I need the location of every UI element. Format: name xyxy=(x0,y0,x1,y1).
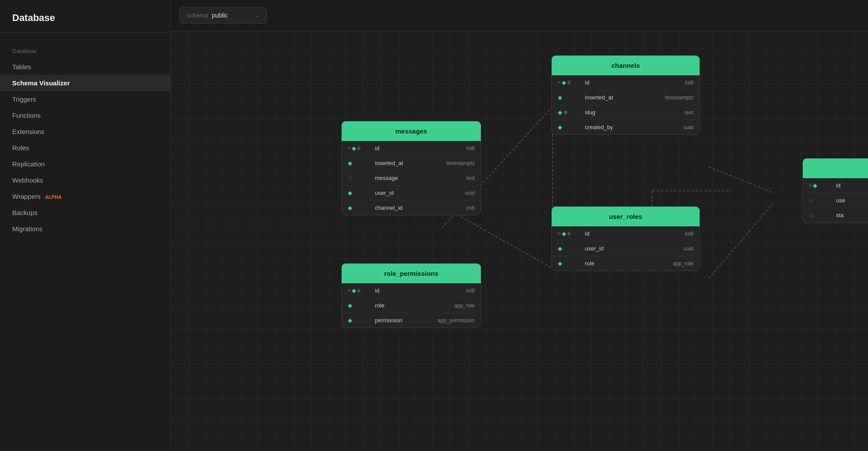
diamond-filled-icon: ◆ xyxy=(562,230,566,237)
sidebar-nav: Database Tables Schema Visualizer Trigge… xyxy=(0,33,170,244)
field-name: slug xyxy=(585,109,682,116)
schema-canvas[interactable]: messages ⌗ ◆ # id int8 ◆ xyxy=(171,31,868,451)
table-user-roles[interactable]: user_roles ⌗ ◆ # id int8 ◆ xyxy=(551,206,700,271)
diamond-filled-icon: ◆ xyxy=(348,317,352,324)
field-name: message xyxy=(375,175,464,181)
row-icons: ⌗ ◆ # xyxy=(348,145,372,152)
diamond-filled-icon: ◆ xyxy=(558,124,562,130)
row-icons: ◆ xyxy=(558,124,582,130)
sidebar-item-triggers[interactable]: Triggers xyxy=(0,91,170,107)
canvas-inner: messages ⌗ ◆ # id int8 ◆ xyxy=(171,31,868,451)
field-type: app_role xyxy=(454,303,475,309)
field-name: role xyxy=(585,260,670,267)
table-messages-header: messages xyxy=(342,121,481,141)
diamond-outline-icon: ◇ xyxy=(809,197,813,204)
row-icons: ⌗ ◆ xyxy=(809,182,833,189)
field-name: channel_id xyxy=(375,204,464,211)
key-icon: ⌗ xyxy=(558,231,560,236)
field-name: id xyxy=(836,182,862,189)
table-channels-header: channels xyxy=(552,56,700,75)
field-type: int8 xyxy=(685,231,693,237)
field-name: id xyxy=(585,79,682,86)
field-name: id xyxy=(375,287,464,294)
diamond-filled-icon: ◆ xyxy=(558,94,562,101)
table-row: ⌗ ◆ # id int8 xyxy=(552,75,700,90)
table-messages[interactable]: messages ⌗ ◆ # id int8 ◆ xyxy=(341,121,481,215)
sidebar-item-webhooks[interactable]: Webhooks xyxy=(0,172,170,188)
sidebar-item-backups[interactable]: Backups xyxy=(0,204,170,221)
table-row: ◆ user_id uuid xyxy=(342,186,481,201)
diamond-filled-icon: ◆ xyxy=(558,109,562,116)
app-title: Database xyxy=(0,0,170,33)
hash-icon: # xyxy=(567,80,570,86)
field-name: sta xyxy=(836,212,862,218)
table-channels[interactable]: channels ⌗ ◆ # id int8 ◆ xyxy=(551,55,700,135)
diamond-outline-icon: ◇ xyxy=(348,175,352,181)
diamond-filled-icon: ◆ xyxy=(348,302,352,309)
field-type: int8 xyxy=(466,145,475,152)
table-row: ◆ created_by uuid xyxy=(552,120,700,134)
field-name: user_id xyxy=(375,190,462,196)
hash-icon: # xyxy=(357,145,360,152)
diamond-filled-icon: ◆ xyxy=(348,160,352,166)
main-content: schema public ⌄ xyxy=(171,0,868,451)
table-partial-right[interactable]: ⌗ ◆ id ◇ use ◇ xyxy=(802,158,868,223)
row-icons: ⌗ ◆ # xyxy=(558,230,582,237)
diamond-filled-icon: ◆ xyxy=(558,260,562,267)
sidebar-item-schema-visualizer[interactable]: Schema Visualizer xyxy=(0,75,170,91)
table-row: ◇ use xyxy=(803,193,868,208)
row-icons: ◇ xyxy=(809,212,833,218)
row-icons: ◆ xyxy=(348,204,372,211)
field-type: uuid xyxy=(465,190,475,196)
field-name: permission xyxy=(375,317,435,324)
schema-value: public xyxy=(212,12,252,19)
hash-icon: # xyxy=(357,288,360,294)
table-role-permissions-header: role_permissions xyxy=(342,264,481,283)
sidebar-item-replication[interactable]: Replication xyxy=(0,156,170,172)
diamond-filled-icon: ◆ xyxy=(348,204,352,211)
sidebar-item-database: Database xyxy=(0,40,170,59)
field-type: text xyxy=(685,109,693,116)
table-row: ◆ role app_role xyxy=(342,298,481,313)
svg-line-1 xyxy=(442,206,551,268)
table-user-roles-header: user_roles xyxy=(552,207,700,226)
table-row: ⌗ ◆ # id int8 xyxy=(552,226,700,241)
sidebar-item-wrappers[interactable]: Wrappers ALPHA xyxy=(0,188,170,204)
key-icon: ⌗ xyxy=(348,145,350,151)
key-icon: ⌗ xyxy=(348,288,350,293)
table-row: ◇ sta xyxy=(803,208,868,222)
sidebar-item-roles[interactable]: Roles xyxy=(0,140,170,156)
svg-line-2 xyxy=(709,167,774,193)
diamond-filled-icon: ◆ xyxy=(352,145,356,152)
row-icons: ◆ xyxy=(558,245,582,252)
field-type: app_role xyxy=(673,261,693,267)
field-type: timestamptz xyxy=(665,95,693,101)
table-row: ⌗ ◆ # id int8 xyxy=(342,283,481,298)
table-row: ◆ permission app_permission xyxy=(342,313,481,328)
table-row: ⌗ ◆ id xyxy=(803,178,868,193)
sidebar-item-migrations[interactable]: Migrations xyxy=(0,221,170,237)
key-icon: ⌗ xyxy=(809,183,812,188)
schema-selector[interactable]: schema public ⌄ xyxy=(179,7,267,24)
field-type: uuid xyxy=(683,246,693,252)
sidebar-item-functions[interactable]: Functions xyxy=(0,107,170,123)
top-bar: schema public ⌄ xyxy=(171,0,868,31)
field-type: timestamptz xyxy=(446,160,475,166)
row-icons: ◇ xyxy=(809,197,833,204)
fingerprint-icon: ⊕ xyxy=(564,109,567,115)
sidebar: Database Database Tables Schema Visualiz… xyxy=(0,0,171,451)
alpha-badge: ALPHA xyxy=(45,194,62,200)
sidebar-item-extensions[interactable]: Extensions xyxy=(0,123,170,140)
connector-lines xyxy=(171,31,868,451)
diamond-filled-icon: ◆ xyxy=(558,245,562,252)
table-role-permissions[interactable]: role_permissions ⌗ ◆ # id int8 ◆ xyxy=(341,263,481,328)
sidebar-item-tables[interactable]: Tables xyxy=(0,59,170,75)
field-type: uuid xyxy=(683,124,693,130)
row-icons: ◆ xyxy=(348,190,372,196)
schema-label: schema xyxy=(187,12,208,19)
table-row: ◆ inserted_at timestamptz xyxy=(342,156,481,171)
diamond-filled-icon: ◆ xyxy=(348,190,352,196)
diamond-filled-icon: ◆ xyxy=(352,287,356,294)
table-row: ◆ user_id uuid xyxy=(552,241,700,256)
row-icons: ◆ xyxy=(558,94,582,101)
